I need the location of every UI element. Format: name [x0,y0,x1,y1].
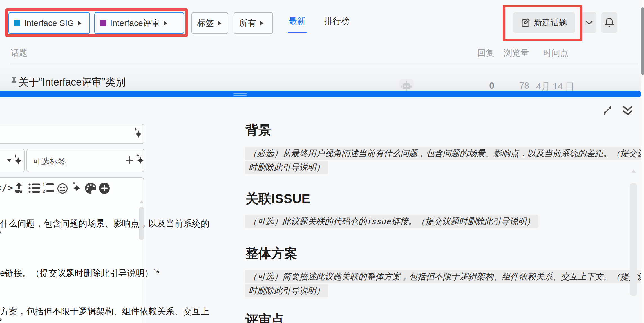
caret-right-icon [218,21,222,26]
preview-heading-plan: 整体方案 [245,245,297,262]
numbered-list-icon[interactable]: 1 2 [42,182,55,194]
category-color-swatch-purple [100,20,106,26]
preview-guide-text: 时删除此引导说明） [245,161,328,174]
tab-leaderboard[interactable]: 排行榜 [324,15,350,27]
preview-scrollbar-up-icon[interactable] [631,169,636,173]
tab-latest[interactable]: 最新 [289,15,305,27]
column-header-activity[interactable]: 时间点 [540,47,569,59]
column-header-topic[interactable]: 话题 [11,47,28,59]
editor-line: e链接。（提交议题时删除此引导说明）`* [0,267,160,279]
column-header-replies[interactable]: 回复 [466,47,494,59]
ai-sparkle-icon[interactable] [135,154,145,167]
scope-filter-dropdown[interactable]: 所有 [234,12,273,34]
bell-icon [604,17,614,28]
composer-drag-bar[interactable] [0,91,641,97]
category-filter-label: Interface SIG [24,18,74,28]
preview-heading-issue: 关联ISSUE [245,190,310,208]
grippie-handle[interactable] [233,95,247,96]
tab-latest-active-indicator [288,32,307,33]
plus-icon[interactable] [126,156,134,164]
preview-guide-text: （可选）此议题关联的代码仓的issue链接。（提交议题时删除此引导说明） [245,215,538,228]
svg-text:1: 1 [43,182,45,187]
editor-textarea[interactable] [0,177,144,323]
new-topic-label: 新建话题 [534,17,567,28]
pinned-thumbtack-icon [11,77,17,87]
chevron-down-icon [585,20,593,25]
editor-scrollbar-up-icon[interactable] [140,200,144,203]
emoji-icon[interactable] [57,183,68,194]
preview-guide-text: （必选）从最终用户视角阐述当前有什么问题，包含问题的场景、影响点，以及当前系统的… [245,147,644,160]
editor-line: `* [0,229,2,239]
page-scrollbar-thumb[interactable] [641,7,644,75]
ai-sparkle-icon[interactable] [71,181,82,195]
category-filter-interface-review[interactable]: Interface评审 [94,12,184,34]
editor-line: 方案，包括但不限于逻辑架构、组件依赖关系、交互上 [0,306,209,317]
preview-heading-review-points: 评审点 [245,311,284,323]
new-topic-split-dropdown-button[interactable] [582,12,596,33]
ai-sparkle-icon[interactable] [133,127,144,141]
column-header-views[interactable]: 浏览量 [501,47,529,59]
topic-views-count: 78 [509,80,529,91]
palette-icon[interactable] [84,182,97,194]
guide-text-part: （可选）此议题关联的代码仓的 [249,217,367,226]
ai-sparkle-icon[interactable] [13,154,23,167]
robot-avatar-icon [401,80,412,92]
svg-text:2: 2 [43,189,45,194]
guide-text-part: 链接。（提交议题时删除此引导说明） [391,217,535,226]
guide-code-part: issue [367,217,391,226]
upload-icon[interactable] [14,182,24,194]
code-icon[interactable]: </> [0,182,13,193]
topic-title-input[interactable] [0,124,144,144]
collapse-composer-double-chevron-icon[interactable] [622,106,633,116]
caret-right-icon [164,21,168,26]
tag-filter-dropdown[interactable]: 标签 [191,12,228,34]
tag-filter-label: 标签 [197,17,214,29]
editor-line: 什么问题，包含问题的场景、影响点，以及当前系统的 [0,218,209,230]
topic-title-link[interactable]: 关于“Interface评审”类别 [19,75,126,89]
category-color-swatch-blue [14,20,20,26]
scope-filter-label: 所有 [239,17,256,29]
topic-replies-count: 0 [473,80,494,91]
notifications-bell-button[interactable] [601,12,617,33]
expand-composer-icon[interactable] [602,105,612,115]
editor-line: `* [0,317,2,323]
preview-scrollbar-thumb[interactable] [630,183,637,296]
preview-guide-text: 时删除此引导说明） [245,284,328,297]
tags-placeholder: 可选标签 [33,156,66,167]
preview-guide-text: （可选）简要描述此议题关联的整体方案，包括但不限于逻辑架构、组件依赖关系、交互上… [245,270,644,283]
grippie-handle[interactable] [233,93,247,94]
new-topic-button[interactable]: 新建话题 [513,12,575,33]
caret-down-icon [6,158,12,162]
more-plus-icon[interactable] [99,182,110,194]
preview-heading-background: 背景 [245,122,271,139]
forum-screen: Interface SIG Interface评审 标签 所有 最新 排行榜 新… [0,0,644,323]
category-filter-interface-sig[interactable]: Interface SIG [8,12,90,34]
caret-right-icon [78,21,82,26]
category-filter-label: Interface评审 [110,17,160,29]
caret-right-icon [260,21,264,26]
pencil-square-icon [521,18,530,27]
bulleted-list-icon[interactable] [28,183,41,194]
